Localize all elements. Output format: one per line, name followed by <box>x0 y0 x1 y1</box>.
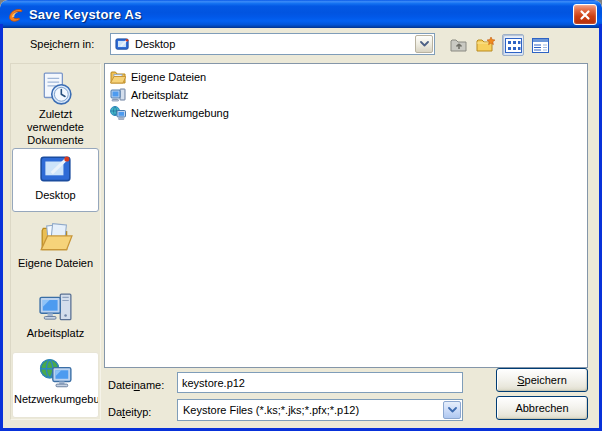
network-places-icon <box>39 357 73 391</box>
keystore-swirl-icon <box>7 6 24 23</box>
places-sidebar: Zuletzt verwendete Dokumente Desktop Eig… <box>10 63 101 420</box>
details-view-button[interactable] <box>529 34 551 56</box>
window-title: Save Keystore As <box>29 7 142 22</box>
chooser-toolbar <box>448 33 551 57</box>
sidebar-item-label: Eigene Dateien <box>13 257 98 270</box>
file-type-label: Dateityp: <box>108 406 151 418</box>
chevron-down-icon <box>448 407 457 413</box>
list-item[interactable]: Arbeitsplatz <box>110 86 587 103</box>
computer-icon <box>110 87 126 103</box>
list-item-label: Eigene Dateien <box>131 71 206 83</box>
file-type-value: Keystore Files (*.ks;*.jks;*.pfx;*.p12) <box>178 404 359 416</box>
sidebar-item-label: Arbeitsplatz <box>13 327 98 340</box>
file-name-label: Dateiname: <box>108 379 164 391</box>
sidebar-item-desktop[interactable]: Desktop <box>12 148 99 212</box>
location-combobox[interactable]: Desktop <box>110 33 435 55</box>
sidebar-item-my-computer[interactable]: Arbeitsplatz <box>12 286 99 348</box>
sidebar-item-my-documents[interactable]: Eigene Dateien <box>12 216 99 282</box>
save-button[interactable]: Speichern <box>496 368 588 392</box>
sidebar-item-recent-documents[interactable]: Zuletzt verwendete Dokumente <box>12 67 99 147</box>
network-icon <box>110 105 126 121</box>
documents-folder-icon <box>110 69 126 85</box>
close-button[interactable] <box>573 4 597 25</box>
file-type-combobox[interactable]: Keystore Files (*.ks;*.jks;*.pfx;*.p12) <box>177 399 463 421</box>
window-border-left <box>0 24 3 431</box>
up-one-level-icon <box>450 37 468 53</box>
look-in-label: Speichern in: <box>30 38 94 50</box>
sidebar-item-label: Zuletzt verwendete Dokumente <box>13 108 98 147</box>
list-item[interactable]: Netzwerkumgebung <box>110 104 587 121</box>
location-value: Desktop <box>135 38 175 50</box>
sidebar-item-label: Desktop <box>13 189 98 202</box>
desktop-icon <box>39 153 73 187</box>
title-bar[interactable]: Save Keystore As <box>0 0 602 28</box>
new-folder-button[interactable] <box>475 34 497 56</box>
my-documents-icon <box>39 221 73 255</box>
location-dropdown-button[interactable] <box>415 35 433 53</box>
close-icon <box>579 9 591 21</box>
desktop-icon <box>115 37 130 52</box>
recent-documents-icon <box>39 72 73 106</box>
file-list[interactable]: Eigene Dateien Arbeitsplatz Netzwerkumge… <box>104 63 588 368</box>
new-folder-icon <box>476 36 496 54</box>
list-item-label: Netzwerkumgebung <box>131 107 229 119</box>
list-item-label: Arbeitsplatz <box>131 89 188 101</box>
up-one-level-button[interactable] <box>448 34 470 56</box>
file-name-input[interactable] <box>177 372 463 393</box>
sidebar-item-label: Netzwerkumgebung <box>13 393 98 406</box>
list-item[interactable]: Eigene Dateien <box>110 68 587 85</box>
chevron-down-icon <box>420 41 429 47</box>
my-computer-icon <box>39 291 73 325</box>
details-view-icon <box>532 38 549 53</box>
list-view-icon <box>505 38 522 53</box>
save-keystore-dialog: Save Keystore As Speichern in: Desktop <box>0 0 602 431</box>
list-view-button[interactable] <box>502 34 524 56</box>
cancel-button[interactable]: Abbrechen <box>496 396 588 420</box>
file-type-dropdown-button[interactable] <box>443 401 461 419</box>
sidebar-item-network-places[interactable]: Netzwerkumgebung <box>12 352 99 418</box>
